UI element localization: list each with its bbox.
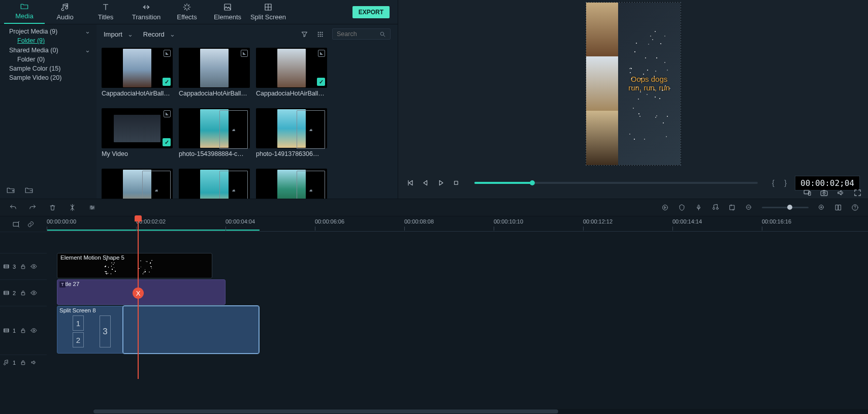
media-thumb[interactable]: ✓CappadociaHotAirBall… [102, 48, 173, 97]
media-browser: Import⌄ Record⌄ ✓CappadociaHotAirBall…Ca… [97, 24, 398, 199]
track-head-2[interactable]: 2 [0, 279, 47, 306]
svg-rect-39 [21, 362, 25, 365]
filter-icon[interactable] [301, 30, 308, 38]
image-type-icon [297, 110, 325, 149]
tab-effects[interactable]: Effects [167, 1, 207, 24]
image-type-icon [297, 171, 325, 199]
search-icon[interactable] [379, 31, 386, 38]
import-dropdown[interactable]: Import⌄ [104, 30, 133, 38]
svg-rect-23 [730, 205, 734, 210]
prev-frame-button[interactable] [406, 179, 414, 187]
timeline-clip[interactable]: Element Motion Shape 5 [57, 253, 212, 278]
play-button[interactable] [437, 179, 445, 187]
audio-mixer-icon[interactable] [712, 204, 719, 211]
media-thumb[interactable] [179, 169, 250, 199]
timeline-tracks[interactable]: X Element Motion Shape 5Title 27TSplit S… [47, 232, 868, 414]
speaker-icon[interactable] [30, 359, 37, 366]
undo-icon[interactable] [9, 204, 17, 211]
tree-label: Shared Media (0) [9, 47, 58, 54]
search-input-wrap [332, 28, 391, 40]
tree-folder-9[interactable]: Folder (9) [0, 36, 97, 45]
delete-folder-icon[interactable] [24, 185, 34, 195]
volume-icon[interactable] [837, 188, 845, 197]
preview-canvas[interactable]: Oops dogs run, run, run [586, 2, 681, 166]
zoom-out-icon[interactable] [745, 204, 753, 211]
marker-icon[interactable] [678, 204, 686, 211]
tab-elements[interactable]: Elements [207, 1, 248, 24]
tree-sample-video[interactable]: Sample Video (20) [0, 73, 97, 82]
media-thumb[interactable]: photo-14913786306… [256, 108, 327, 157]
split-icon[interactable] [69, 204, 76, 211]
track-head-audio[interactable]: 1 [0, 355, 47, 370]
svg-rect-26 [836, 205, 838, 210]
music-icon [60, 3, 70, 12]
export-button[interactable]: EXPORT [352, 6, 390, 18]
tree-sample-color[interactable]: Sample Color (15) [0, 64, 97, 73]
zoom-in-icon[interactable] [818, 204, 825, 211]
link-icon[interactable] [27, 220, 35, 228]
stop-button[interactable] [452, 179, 460, 187]
playhead-badge[interactable]: X [133, 288, 144, 299]
media-thumb[interactable]: photo-1543988884-c… [179, 108, 250, 157]
lock-icon[interactable] [20, 290, 26, 296]
timeline-playhead[interactable]: X [138, 216, 139, 379]
grid-view-icon[interactable] [316, 30, 324, 38]
ruler-mark: 00:00:12:12 [583, 218, 613, 225]
svg-point-20 [663, 205, 668, 210]
device-preview-icon[interactable] [803, 188, 812, 197]
tree-folder-0[interactable]: Folder (0) [0, 55, 97, 64]
media-thumb[interactable] [256, 169, 327, 199]
track-head-3[interactable]: 3 [0, 253, 47, 279]
add-track-icon[interactable] [12, 220, 20, 228]
record-label: Record [143, 30, 165, 38]
media-thumb[interactable]: CappadociaHotAirBall… [179, 48, 250, 97]
tree-project-media[interactable]: Project Media (9)⌄ [0, 26, 97, 36]
media-thumb[interactable]: ✓CappadociaHotAirBall… [256, 48, 327, 97]
play-backward-button[interactable] [422, 179, 430, 187]
ruler-mark: 00:00:04:04 [226, 218, 255, 225]
lock-icon[interactable] [20, 327, 26, 334]
record-dropdown[interactable]: Record⌄ [143, 30, 175, 38]
top-tabs: Media Audio Titles Transition Effects El… [0, 0, 398, 24]
media-thumb[interactable] [102, 169, 173, 199]
timeline-scrollbar[interactable] [93, 409, 868, 414]
tab-splitscreen[interactable]: Split Screen [248, 1, 288, 24]
lock-icon[interactable] [20, 263, 26, 270]
redo-icon[interactable] [29, 204, 37, 211]
tab-transition[interactable]: Transition [126, 1, 167, 24]
preview-controls: { } 00:00:02;04 [398, 167, 868, 199]
render-icon[interactable] [661, 204, 669, 211]
eye-icon[interactable] [30, 327, 37, 334]
voiceover-icon[interactable] [695, 204, 702, 211]
delete-icon[interactable] [49, 204, 56, 211]
search-input[interactable] [337, 30, 379, 38]
new-folder-icon[interactable] [6, 185, 15, 195]
in-out-braces[interactable]: { } [772, 179, 788, 187]
fullscreen-icon[interactable] [853, 188, 862, 197]
timeline-ruler[interactable]: 00:00:00:0000:00:02:0200:00:04:0400:00:0… [47, 216, 868, 232]
eye-icon[interactable] [30, 263, 37, 270]
eye-icon[interactable] [30, 290, 37, 296]
video-type-icon [164, 110, 171, 117]
adjust-icon[interactable] [88, 204, 96, 211]
track-head-1[interactable]: 1 [0, 306, 47, 355]
tab-media[interactable]: Media [4, 0, 45, 24]
tab-titles[interactable]: Titles [85, 1, 126, 24]
thumb-label: photo-14913786306… [256, 150, 327, 157]
preview-progress[interactable] [474, 182, 758, 184]
zoom-fit-icon[interactable] [834, 204, 842, 211]
svg-rect-12 [455, 181, 458, 185]
tab-label: Titles [98, 13, 114, 21]
zoom-slider[interactable] [762, 207, 809, 208]
snapshot-icon[interactable] [820, 188, 828, 197]
tab-audio[interactable]: Audio [45, 1, 85, 24]
tree-shared-media[interactable]: Shared Media (0)⌄ [0, 45, 97, 55]
work-area-bar[interactable] [47, 230, 260, 231]
thumb-label: photo-1543988884-c… [179, 150, 250, 157]
lock-icon[interactable] [20, 359, 26, 366]
timeline-clip-selected[interactable] [123, 306, 259, 354]
media-thumb[interactable]: ✓My Video [102, 108, 173, 157]
crop-icon[interactable] [728, 204, 736, 211]
help-icon[interactable] [851, 204, 859, 211]
transition-icon [142, 3, 151, 12]
